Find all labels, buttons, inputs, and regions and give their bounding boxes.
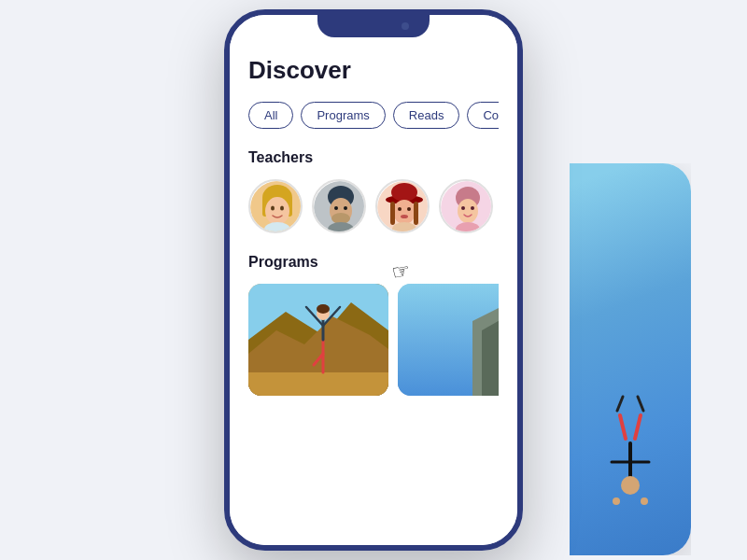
- second-card-peek: [504, 163, 691, 555]
- svg-point-15: [280, 206, 284, 211]
- tab-reads[interactable]: Reads: [393, 102, 460, 129]
- svg-point-22: [344, 206, 347, 210]
- svg-rect-29: [414, 202, 418, 225]
- svg-point-21: [334, 206, 338, 210]
- teacher-avatar-4[interactable]: [439, 179, 493, 233]
- phone-notch: [317, 15, 430, 37]
- phone-camera: [402, 22, 409, 30]
- teacher-avatar-2[interactable]: [312, 179, 366, 233]
- page-title: Discover: [248, 56, 499, 85]
- svg-line-0: [617, 397, 623, 411]
- svg-point-26: [391, 183, 417, 202]
- svg-rect-52: [248, 372, 388, 396]
- teachers-section-title: Teachers: [248, 149, 499, 166]
- programs-row: [248, 284, 499, 396]
- phone-screen: Discover All Programs Reads Connections …: [230, 15, 517, 545]
- acrobat-figure: [588, 387, 672, 537]
- teacher-avatar-3[interactable]: [375, 179, 430, 233]
- svg-point-31: [407, 207, 411, 211]
- program-card-1[interactable]: [248, 284, 388, 396]
- tab-connections[interactable]: Connections: [467, 102, 499, 129]
- svg-line-3: [635, 415, 641, 439]
- svg-point-7: [613, 497, 620, 505]
- second-card-image: [504, 163, 691, 555]
- program-card-2[interactable]: [398, 284, 499, 396]
- svg-point-32: [401, 215, 408, 218]
- programs-section-title: Programs: [248, 254, 499, 271]
- svg-point-37: [461, 206, 465, 210]
- teachers-row: [248, 179, 499, 233]
- tab-programs[interactable]: Programs: [301, 102, 385, 129]
- tab-all[interactable]: All: [248, 102, 293, 129]
- svg-point-14: [271, 206, 275, 211]
- svg-point-27: [393, 200, 416, 224]
- svg-rect-28: [390, 202, 395, 225]
- svg-point-59: [317, 304, 330, 314]
- phone-frame: Discover All Programs Reads Connections …: [224, 9, 523, 551]
- svg-line-1: [638, 397, 643, 411]
- svg-point-13: [265, 197, 289, 225]
- teacher-avatar-1[interactable]: [248, 179, 303, 233]
- screen-content: Discover All Programs Reads Connections …: [230, 41, 517, 396]
- svg-point-36: [458, 199, 478, 223]
- filter-tabs-container: All Programs Reads Connections: [248, 102, 499, 129]
- svg-line-2: [620, 415, 626, 439]
- svg-point-8: [641, 497, 648, 505]
- svg-point-6: [621, 476, 640, 495]
- svg-point-38: [471, 206, 474, 210]
- svg-point-30: [398, 207, 402, 211]
- scene: Discover All Programs Reads Connections …: [0, 0, 747, 560]
